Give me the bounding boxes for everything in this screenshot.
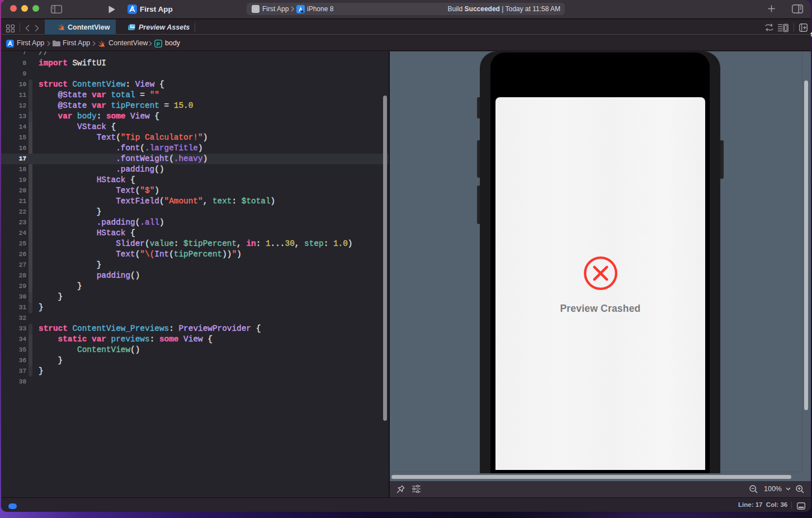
svg-text:P: P: [157, 41, 160, 47]
